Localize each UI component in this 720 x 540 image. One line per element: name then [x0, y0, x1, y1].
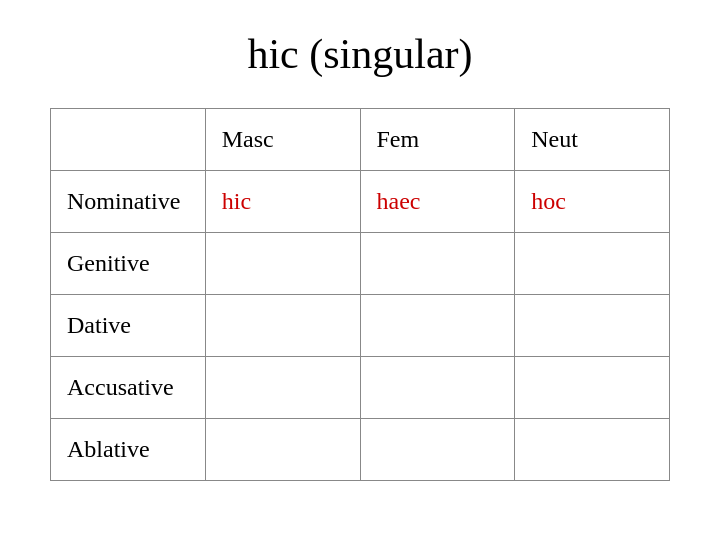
cell-dative-fem [360, 295, 515, 357]
header-fem: Fem [360, 109, 515, 171]
row-label-genitive: Genitive [51, 233, 206, 295]
table-row: Ablative [51, 419, 670, 481]
cell-genitive-neut [515, 233, 670, 295]
cell-accusative-fem [360, 357, 515, 419]
table-row: Nominativehichaechoc [51, 171, 670, 233]
cell-ablative-fem [360, 419, 515, 481]
cell-accusative-neut [515, 357, 670, 419]
cell-ablative-neut [515, 419, 670, 481]
row-label-nominative: Nominative [51, 171, 206, 233]
cell-dative-neut [515, 295, 670, 357]
cell-genitive-masc [205, 233, 360, 295]
cell-accusative-masc [205, 357, 360, 419]
row-label-dative: Dative [51, 295, 206, 357]
row-label-ablative: Ablative [51, 419, 206, 481]
table-row: Genitive [51, 233, 670, 295]
header-neut: Neut [515, 109, 670, 171]
cell-genitive-fem [360, 233, 515, 295]
header-masc: Masc [205, 109, 360, 171]
cell-dative-masc [205, 295, 360, 357]
table-row: Dative [51, 295, 670, 357]
cell-nominative-neut: hoc [515, 171, 670, 233]
table-row: Accusative [51, 357, 670, 419]
cell-nominative-masc: hic [205, 171, 360, 233]
cell-ablative-masc [205, 419, 360, 481]
row-label-accusative: Accusative [51, 357, 206, 419]
page-title: hic (singular) [247, 30, 472, 78]
declension-table: Masc Fem Neut NominativehichaechocGeniti… [50, 108, 670, 481]
cell-nominative-fem: haec [360, 171, 515, 233]
header-empty [51, 109, 206, 171]
